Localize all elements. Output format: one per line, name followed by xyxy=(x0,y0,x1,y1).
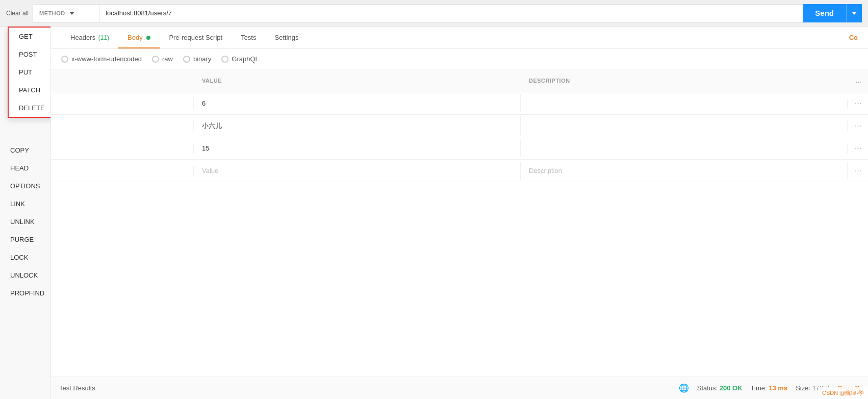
row2-more-icon[interactable]: ⋯ xyxy=(848,118,868,134)
row1-value[interactable]: 6 xyxy=(194,94,521,112)
tab-prerequest[interactable]: Pre-request Script xyxy=(160,28,232,48)
tab-headers[interactable]: Headers (11) xyxy=(61,28,118,48)
method-item-delete[interactable]: DELETE xyxy=(9,99,51,117)
row4-key[interactable] xyxy=(51,166,194,176)
time-info: Time: 13 ms xyxy=(751,384,788,392)
tab-headers-label: Headers xyxy=(70,34,95,41)
tab-body[interactable]: Body xyxy=(118,28,160,48)
time-value: 13 ms xyxy=(769,384,787,392)
tabs-bar: Headers (11) Body Pre-request Script Tes… xyxy=(51,27,868,49)
body-active-dot xyxy=(146,36,150,40)
send-button[interactable]: Send xyxy=(803,4,846,22)
right-panel: Headers (11) Body Pre-request Script Tes… xyxy=(51,27,868,399)
headers-badge: (11) xyxy=(98,34,109,41)
radio-binary[interactable]: binary xyxy=(183,55,211,63)
tab-tests-label: Tests xyxy=(241,34,256,41)
method-label: METHOD xyxy=(39,10,65,16)
method-item-link[interactable]: LINK xyxy=(0,195,50,213)
method-item-put[interactable]: PUT xyxy=(9,63,51,81)
method-item-unlink[interactable]: UNLINK xyxy=(0,213,50,231)
method-item-options[interactable]: OPTIONS xyxy=(0,177,50,195)
tab-tests[interactable]: Tests xyxy=(232,28,265,48)
radio-circle-icon-graphql xyxy=(221,56,228,63)
radio-graphql[interactable]: GraphQL xyxy=(221,55,259,63)
body-table-container: VALUE DESCRIPTION ... 6 ⋯ 小六儿 ⋯ 1 xyxy=(51,69,868,377)
method-item-post[interactable]: POST xyxy=(9,45,51,63)
row4-description-placeholder[interactable]: Description xyxy=(521,162,848,180)
row1-description[interactable] xyxy=(521,98,848,109)
test-results-label: Test Results xyxy=(59,384,95,392)
row3-more-icon[interactable]: ⋯ xyxy=(848,140,868,156)
url-input[interactable] xyxy=(99,4,803,22)
row3-value[interactable]: 15 xyxy=(194,139,521,157)
radio-circle-icon-raw xyxy=(152,56,159,63)
method-item-propfind[interactable]: PROPFIND xyxy=(0,284,50,302)
radio-circle-icon-binary xyxy=(183,56,190,63)
table-row: 15 ⋯ xyxy=(51,137,868,160)
radio-x-www-form-urlencoded[interactable]: x-www-form-urlencoded xyxy=(61,55,142,63)
method-selector[interactable]: METHOD xyxy=(33,4,99,22)
row3-description[interactable] xyxy=(521,143,848,154)
table-row: 6 ⋯ xyxy=(51,92,868,115)
url-bar-wrapper: METHOD Send xyxy=(33,4,862,22)
method-dropdown: GET POST PUT PATCH DELETE xyxy=(8,27,51,118)
row2-key[interactable] xyxy=(51,121,194,131)
method-item-purge[interactable]: PURGE xyxy=(0,231,50,248)
clear-all-button[interactable]: Clear all xyxy=(6,10,29,17)
tab-body-label: Body xyxy=(127,34,143,41)
top-bar: Clear all METHOD Send xyxy=(0,0,868,27)
radio-label-graphql: GraphQL xyxy=(232,55,259,63)
method-item-unlock[interactable]: UNLOCK xyxy=(0,266,50,284)
row2-description[interactable] xyxy=(521,121,848,131)
radio-label-binary: binary xyxy=(193,55,211,63)
tab-prerequest-label: Pre-request Script xyxy=(169,34,222,41)
send-btn-wrapper: Send xyxy=(803,4,862,22)
chevron-down-icon xyxy=(69,12,74,15)
row4-more-icon[interactable]: ⋯ xyxy=(848,163,868,179)
row1-key[interactable] xyxy=(51,98,194,109)
method-item-patch[interactable]: PATCH xyxy=(9,81,51,99)
row1-more-icon[interactable]: ⋯ xyxy=(848,95,868,111)
watermark: CSDN @航律-学 xyxy=(818,387,868,399)
body-options: x-www-form-urlencoded raw binary GraphQL xyxy=(51,49,868,69)
row2-value[interactable]: 小六儿 xyxy=(194,116,521,136)
method-dropdown-sidebar: GET POST PUT PATCH DELETE COPY HEAD OPTI… xyxy=(0,27,51,399)
row3-key[interactable] xyxy=(51,143,194,154)
watermark-text: CSDN @航律-学 xyxy=(822,389,864,397)
table-row-placeholder: Value Description ⋯ xyxy=(51,160,868,182)
method-item-head[interactable]: HEAD xyxy=(0,159,50,177)
status-label: Status: 200 OK xyxy=(697,384,743,392)
method-item-copy[interactable]: COPY xyxy=(0,141,50,159)
main-content: GET POST PUT PATCH DELETE COPY HEAD OPTI… xyxy=(0,27,868,399)
globe-icon[interactable]: 🌐 xyxy=(679,383,689,393)
method-item-lock[interactable]: LOCK xyxy=(0,248,50,266)
method-item-get[interactable]: GET xyxy=(9,28,51,45)
radio-raw[interactable]: raw xyxy=(152,55,173,63)
send-chevron-icon xyxy=(852,12,857,15)
radio-label-raw: raw xyxy=(162,55,173,63)
tab-settings[interactable]: Settings xyxy=(265,28,308,48)
radio-circle-icon xyxy=(61,56,68,63)
col-header-more: ... xyxy=(848,73,868,88)
radio-label-x-www: x-www-form-urlencoded xyxy=(71,55,142,63)
tab-settings-label: Settings xyxy=(274,34,298,41)
table-row: 小六儿 ⋯ xyxy=(51,115,868,137)
table-header: VALUE DESCRIPTION ... xyxy=(51,69,868,92)
col-header-value: VALUE xyxy=(194,73,521,88)
cookies-partial-tab[interactable]: Co xyxy=(849,34,858,41)
bottom-bar: Test Results 🌐 Status: 200 OK Time: 13 m… xyxy=(51,377,868,399)
send-dropdown-button[interactable] xyxy=(846,4,862,22)
status-value: 200 OK xyxy=(720,384,743,392)
row4-value-placeholder[interactable]: Value xyxy=(194,162,521,180)
col-header-key xyxy=(51,73,194,88)
col-header-description: DESCRIPTION xyxy=(521,73,848,88)
